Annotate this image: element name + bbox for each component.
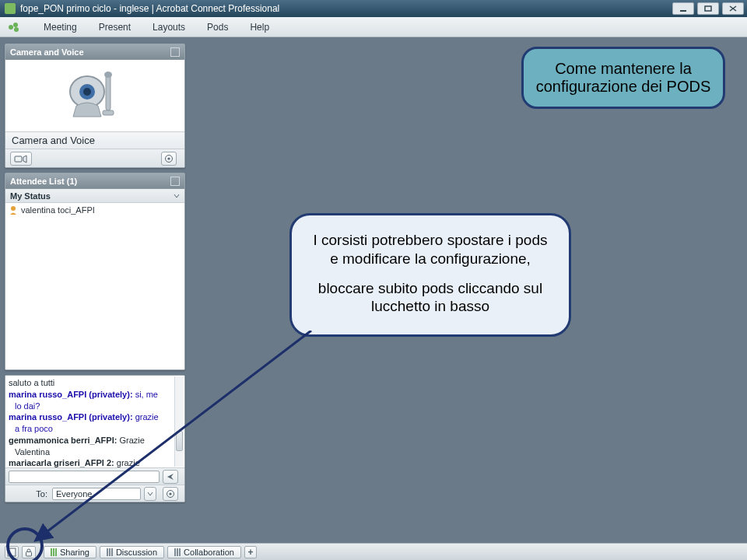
camera-toggle-button[interactable] <box>10 152 32 166</box>
chat-to-select[interactable]: Everyone <box>52 488 141 500</box>
app-icon <box>5 3 16 14</box>
svg-rect-18 <box>8 548 16 556</box>
chat-line: a fra poco <box>9 424 181 435</box>
svg-rect-0 <box>680 10 686 12</box>
chat-line: marina russo_AFPI (privately): si, me <box>9 390 181 401</box>
pod-chat: saluto a tutti marina russo_AFPI (privat… <box>5 375 185 502</box>
product-logo-icon <box>6 20 22 34</box>
svg-rect-10 <box>103 110 114 115</box>
chat-to-dropdown-button[interactable] <box>144 487 156 501</box>
fullscreen-button[interactable] <box>5 546 19 558</box>
pod-camera-voice: Camera and Voice Camera and Voice <box>5 44 185 168</box>
user-icon <box>9 205 18 215</box>
chat-log: saluto a tutti marina russo_AFPI (privat… <box>5 376 184 467</box>
attendee-body: valentina toci_AFPI <box>5 203 184 369</box>
pod-attendee-title-text: Attendee List (1) <box>10 177 77 186</box>
pod-camera-title-text: Camera and Voice <box>10 47 84 57</box>
pod-attendee-title[interactable]: Attendee List (1) <box>5 173 184 189</box>
svg-rect-8 <box>106 73 110 110</box>
svg-rect-1 <box>705 6 711 11</box>
svg-point-13 <box>167 157 170 159</box>
window-close-button[interactable] <box>722 2 744 15</box>
chat-line: Valentina <box>9 447 181 458</box>
chat-line: saluto a tutti <box>9 378 181 389</box>
chat-line: mariacarla griseri_AFPI 2: grazie <box>9 458 181 467</box>
annotation-line-2: bloccare subito pods cliccando sul lucch… <box>309 279 552 317</box>
chat-scrollbar[interactable] <box>174 376 184 467</box>
svg-rect-11 <box>15 156 22 162</box>
pod-attendee-list: Attendee List (1) My Status valentina to… <box>5 173 185 370</box>
menu-present[interactable]: Present <box>88 17 142 37</box>
lock-icon <box>24 548 33 557</box>
chat-line: gemmamonica berri_AFPI: Grazie <box>9 436 181 446</box>
svg-point-7 <box>83 88 91 96</box>
attendee-status-label: My Status <box>10 191 51 201</box>
attendee-name: valentina toci_AFPI <box>21 205 95 215</box>
svg-rect-19 <box>26 551 32 556</box>
add-layout-button[interactable]: + <box>244 546 257 558</box>
chat-to-row: To: Everyone <box>5 485 184 502</box>
camera-caption: Camera and Voice <box>5 131 184 149</box>
svg-point-3 <box>13 23 18 27</box>
svg-point-14 <box>11 206 16 211</box>
svg-point-2 <box>9 25 13 30</box>
pod-camera-title[interactable]: Camera and Voice <box>5 44 184 60</box>
layout-tab-collaboration[interactable]: Collaboration <box>167 546 241 558</box>
annotation-title: Come mantenere la configurazione dei POD… <box>521 47 725 109</box>
chat-send-button[interactable] <box>163 470 178 484</box>
layout-tab-discussion[interactable]: Discussion <box>100 546 164 558</box>
menu-meeting[interactable]: Meeting <box>33 17 88 37</box>
camera-preview <box>5 60 184 131</box>
bottom-bar: Sharing Discussion Collaboration + <box>0 543 747 560</box>
chat-to-value: Everyone <box>56 489 92 499</box>
window-maximize-button[interactable] <box>697 2 719 15</box>
layout-tab-label: Collaboration <box>184 548 234 557</box>
window-title: fope_PON primo ciclo - inglese | Acrobat… <box>20 3 279 14</box>
window-titlebar: fope_PON primo ciclo - inglese | Acrobat… <box>0 0 747 17</box>
camera-footer <box>5 149 184 167</box>
svg-point-9 <box>104 72 112 78</box>
camera-settings-button[interactable] <box>161 152 177 166</box>
chat-to-label: To: <box>9 489 52 499</box>
menu-layouts[interactable]: Layouts <box>142 17 196 37</box>
chat-line: marina russo_AFPI (privately): grazie <box>9 412 181 423</box>
chat-input-row <box>5 467 184 485</box>
menu-pods[interactable]: Pods <box>196 17 239 37</box>
annotation-body: I corsisti potrebbero spostare i pods e … <box>289 213 571 337</box>
menubar: Meeting Present Layouts Pods Help <box>0 17 747 37</box>
annotation-line-1: I corsisti potrebbero spostare i pods e … <box>309 231 552 268</box>
window-minimize-button[interactable] <box>672 2 694 15</box>
scrollbar-thumb[interactable] <box>176 431 183 451</box>
chat-settings-button[interactable] <box>163 487 178 501</box>
chevron-down-icon <box>174 193 180 199</box>
attendee-status-header[interactable]: My Status <box>5 189 184 203</box>
layout-tab-label: Discussion <box>116 548 157 557</box>
chat-input[interactable] <box>9 471 160 483</box>
pod-menu-icon[interactable] <box>170 177 180 186</box>
layout-tab-label: Sharing <box>60 548 89 557</box>
attendee-row[interactable]: valentina toci_AFPI <box>5 203 184 217</box>
layout-tab-sharing[interactable]: Sharing <box>44 546 96 558</box>
svg-point-16 <box>169 492 171 495</box>
chat-line: lo dai? <box>9 401 181 412</box>
lock-layout-button[interactable] <box>22 546 36 558</box>
menu-help[interactable]: Help <box>239 17 280 37</box>
pod-menu-icon[interactable] <box>170 47 180 57</box>
svg-point-4 <box>14 27 19 32</box>
webcam-icon <box>64 68 126 123</box>
